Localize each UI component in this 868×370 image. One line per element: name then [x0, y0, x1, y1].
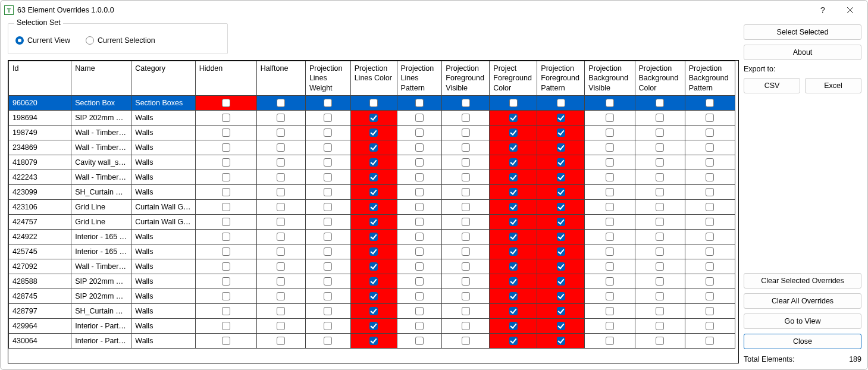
cell-category[interactable]: Walls: [131, 229, 195, 244]
checkbox-pbp[interactable]: [706, 247, 714, 256]
checkbox-pbp[interactable]: [706, 322, 714, 330]
checkbox-halftone[interactable]: [277, 99, 285, 107]
cell-pbp[interactable]: [685, 244, 735, 259]
checkbox-hidden[interactable]: [222, 99, 230, 107]
cell-pfp[interactable]: [537, 95, 585, 110]
cell-pbv[interactable]: [585, 214, 635, 229]
checkbox-pbv[interactable]: [606, 158, 614, 167]
cell-category[interactable]: Walls: [131, 289, 195, 303]
cell-category[interactable]: Walls: [131, 259, 195, 274]
cell-plw[interactable]: [305, 125, 350, 140]
checkbox-pfv[interactable]: [462, 188, 470, 196]
cell-hidden[interactable]: [195, 244, 256, 259]
checkbox-plw[interactable]: [324, 114, 332, 122]
checkbox-hidden[interactable]: [222, 114, 230, 122]
cell-halftone[interactable]: [256, 155, 305, 170]
cell-name[interactable]: Interior - Partiti...: [71, 333, 131, 348]
checkbox-pbp[interactable]: [706, 292, 714, 300]
cell-hidden[interactable]: [195, 95, 256, 110]
checkbox-hidden[interactable]: [222, 143, 230, 152]
cell-plc[interactable]: [350, 95, 397, 110]
cell-pfv[interactable]: [442, 184, 490, 199]
checkbox-pfv[interactable]: [462, 218, 470, 226]
cell-plp[interactable]: [397, 333, 442, 348]
cell-plc[interactable]: [350, 140, 397, 155]
cell-plp[interactable]: [397, 259, 442, 274]
cell-plp[interactable]: [397, 140, 442, 155]
checkbox-pbc[interactable]: [656, 99, 664, 107]
cell-plc[interactable]: [350, 274, 397, 289]
cell-id[interactable]: 418079: [9, 155, 71, 170]
cell-plc[interactable]: [350, 155, 397, 170]
cell-category[interactable]: Curtain Wall Gri...: [131, 199, 195, 214]
cell-pfc[interactable]: [490, 199, 537, 214]
cell-pbc[interactable]: [635, 110, 685, 125]
cell-pfv[interactable]: [442, 229, 490, 244]
checkbox-pbc[interactable]: [656, 277, 664, 286]
column-header-pbp[interactable]: Projection Background Pattern: [685, 61, 735, 96]
checkbox-hidden[interactable]: [222, 218, 230, 226]
cell-pbv[interactable]: [585, 199, 635, 214]
cell-id[interactable]: 422243: [9, 170, 71, 184]
checkbox-pbv[interactable]: [606, 247, 614, 256]
cell-pfp[interactable]: [537, 229, 585, 244]
cell-pbp[interactable]: [685, 214, 735, 229]
checkbox-pfv[interactable]: [462, 307, 470, 315]
checkbox-plw[interactable]: [324, 277, 332, 286]
cell-plc[interactable]: [350, 170, 397, 184]
cell-hidden[interactable]: [195, 110, 256, 125]
cell-plw[interactable]: [305, 184, 350, 199]
checkbox-pbv[interactable]: [606, 173, 614, 181]
checkbox-plw[interactable]: [324, 158, 332, 167]
cell-plp[interactable]: [397, 303, 442, 318]
cell-pfc[interactable]: [490, 140, 537, 155]
checkbox-pbp[interactable]: [706, 203, 714, 211]
close-button[interactable]: Close: [744, 334, 861, 349]
checkbox-pfv[interactable]: [462, 143, 470, 152]
cell-pbc[interactable]: [635, 229, 685, 244]
cell-hidden[interactable]: [195, 289, 256, 303]
cell-pbp[interactable]: [685, 95, 735, 110]
checkbox-pbp[interactable]: [706, 233, 714, 241]
cell-name[interactable]: Interior - Partiti...: [71, 318, 131, 333]
cell-halftone[interactable]: [256, 95, 305, 110]
checkbox-pfp[interactable]: [557, 262, 565, 271]
checkbox-pfp[interactable]: [557, 277, 565, 286]
checkbox-pfc[interactable]: [509, 322, 518, 330]
checkbox-plc[interactable]: [369, 277, 378, 286]
checkbox-hidden[interactable]: [222, 158, 230, 167]
checkbox-pbp[interactable]: [706, 128, 714, 137]
checkbox-pbc[interactable]: [656, 143, 664, 152]
cell-hidden[interactable]: [195, 125, 256, 140]
cell-name[interactable]: SIP 202mm Wal...: [71, 289, 131, 303]
table-row[interactable]: 198694SIP 202mm Wal...Walls: [9, 110, 735, 125]
table-row[interactable]: 429964Interior - Partiti...Walls: [9, 318, 735, 333]
table-row[interactable]: 422243Wall - Timber C...Walls: [9, 170, 735, 184]
checkbox-plw[interactable]: [324, 188, 332, 196]
checkbox-plw[interactable]: [324, 322, 332, 330]
cell-pbc[interactable]: [635, 125, 685, 140]
checkbox-pbp[interactable]: [706, 277, 714, 286]
cell-plw[interactable]: [305, 289, 350, 303]
cell-pfc[interactable]: [490, 318, 537, 333]
cell-pfp[interactable]: [537, 274, 585, 289]
export-excel-button[interactable]: Excel: [805, 78, 861, 93]
cell-pfv[interactable]: [442, 274, 490, 289]
cell-plc[interactable]: [350, 184, 397, 199]
table-row[interactable]: 198749Wall - Timber C...Walls: [9, 125, 735, 140]
cell-pfp[interactable]: [537, 170, 585, 184]
checkbox-pfc[interactable]: [509, 128, 518, 137]
cell-plc[interactable]: [350, 318, 397, 333]
cell-pfp[interactable]: [537, 214, 585, 229]
cell-plw[interactable]: [305, 110, 350, 125]
cell-hidden[interactable]: [195, 214, 256, 229]
cell-pfp[interactable]: [537, 259, 585, 274]
cell-category[interactable]: Walls: [131, 318, 195, 333]
cell-halftone[interactable]: [256, 110, 305, 125]
checkbox-halftone[interactable]: [277, 233, 285, 241]
checkbox-plp[interactable]: [415, 292, 424, 300]
cell-category[interactable]: Section Boxes: [131, 95, 195, 110]
table-row[interactable]: 960620Section BoxSection Boxes: [9, 95, 735, 110]
column-header-halftone[interactable]: Halftone: [256, 61, 305, 96]
cell-plc[interactable]: [350, 214, 397, 229]
